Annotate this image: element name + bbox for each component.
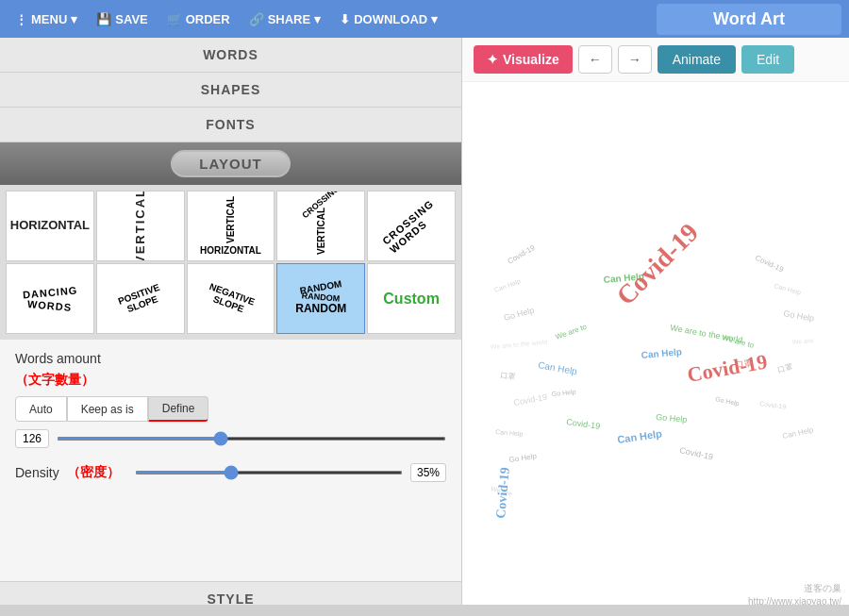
- main-layout: WORDS SHAPES FONTS LAYOUT Horizontal VER…: [0, 38, 849, 616]
- order-button[interactable]: 🛒 ORDER: [159, 8, 238, 30]
- layout-crossing-vertical[interactable]: CROSSING VERTICAL: [276, 191, 365, 261]
- svg-text:Covid-19: Covid-19: [493, 467, 512, 520]
- undo-button[interactable]: ←: [578, 45, 612, 74]
- svg-text:Covid-19: Covid-19: [759, 400, 787, 410]
- share-icon: 🔗: [249, 12, 264, 26]
- menu-dots-icon: ⋮: [15, 12, 27, 26]
- undo-icon: ←: [589, 52, 602, 67]
- svg-text:Can Help: Can Help: [617, 427, 663, 445]
- layout-horizontal[interactable]: Horizontal: [6, 191, 94, 261]
- words-amount-label: Words amount: [15, 351, 101, 366]
- fonts-tab[interactable]: FONTS: [0, 108, 461, 142]
- download-button[interactable]: ⬇ DOWNLOAD ▾: [332, 8, 445, 30]
- amount-keepasis-btn[interactable]: Keep as is: [67, 396, 148, 422]
- toolbar: ⋮ MENU ▾ 💾 SAVE 🛒 ORDER 🔗 SHARE ▾ ⬇ DOWN…: [0, 0, 849, 38]
- density-label: Density: [15, 465, 59, 480]
- svg-text:Go Help: Go Help: [508, 452, 538, 464]
- svg-text:Covid-19: Covid-19: [686, 349, 770, 386]
- animate-button[interactable]: Animate: [658, 45, 736, 74]
- word-art-display: Covid-19 Can Help Go Help We are to the …: [462, 82, 849, 616]
- words-amount-chinese: （文字數量）: [15, 372, 94, 389]
- menu-button[interactable]: ⋮ MENU ▾: [8, 8, 85, 30]
- redo-button[interactable]: →: [618, 45, 652, 74]
- amount-auto-btn[interactable]: Auto: [15, 396, 67, 422]
- canvas-area: Covid-19 Can Help Go Help We are to the …: [462, 82, 849, 616]
- svg-text:Go Help: Go Help: [503, 306, 535, 323]
- save-button[interactable]: 💾 SAVE: [89, 8, 155, 30]
- layout-random[interactable]: RANDOM RANDOM RANDOM: [276, 263, 365, 334]
- layout-custom[interactable]: Custom: [367, 263, 456, 334]
- download-icon: ⬇: [340, 12, 350, 26]
- svg-text:We are to the world: We are to the world: [490, 339, 547, 350]
- cart-icon: 🛒: [167, 12, 182, 26]
- svg-text:Covid-19: Covid-19: [610, 217, 704, 310]
- density-row: Density （密度） 35%: [15, 463, 446, 482]
- layout-badge: LAYOUT: [171, 150, 290, 177]
- density-chinese: （密度）: [67, 464, 120, 481]
- svg-text:Go Help: Go Help: [783, 308, 815, 324]
- layout-negative-slope[interactable]: NEGATIVE SLOPE: [187, 263, 275, 334]
- svg-text:We are to: We are to: [555, 322, 589, 341]
- svg-text:Can Help: Can Help: [641, 346, 682, 360]
- svg-text:Go Help: Go Help: [551, 389, 575, 398]
- layout-positive-slope[interactable]: POSITIVE SLOPE: [96, 263, 185, 334]
- layout-vertical[interactable]: VERTICAL: [96, 191, 185, 261]
- svg-text:Can Help: Can Help: [538, 359, 578, 376]
- amount-buttons: Auto Keep as is Define: [15, 396, 446, 422]
- words-amount-slider-row: 126: [15, 429, 446, 448]
- svg-text:Can Help: Can Help: [495, 428, 524, 439]
- layout-header: LAYOUT: [0, 142, 461, 185]
- svg-text:Go Help: Go Help: [715, 395, 741, 408]
- layout-vertical-horizontal[interactable]: Vertical Horizontal: [187, 191, 275, 261]
- share-button[interactable]: 🔗 SHARE ▾: [241, 8, 329, 30]
- word-art-svg: Covid-19 Can Help Go Help We are to the …: [481, 170, 830, 528]
- watermark-line1: 道客の巢: [748, 582, 841, 595]
- svg-text:Can Help: Can Help: [782, 425, 815, 441]
- svg-text:口罩: 口罩: [500, 371, 516, 382]
- visualize-button[interactable]: ✦ Visualize: [474, 45, 573, 74]
- shapes-tab[interactable]: SHAPES: [0, 73, 461, 108]
- layout-dancing-words[interactable]: DANCING WORDS: [6, 263, 94, 334]
- layout-crossing[interactable]: CROSSINGWORDS: [367, 191, 456, 261]
- layout-grid: Horizontal VERTICAL Vertical Horizontal …: [0, 185, 461, 340]
- svg-text:Can Help: Can Help: [773, 282, 801, 296]
- svg-text:Covid-19: Covid-19: [566, 417, 601, 431]
- controls-section: Words amount （文字數量） Auto Keep as is Defi…: [0, 340, 461, 493]
- svg-text:Covid-19: Covid-19: [754, 254, 785, 275]
- bottom-scrollbar[interactable]: [0, 605, 849, 616]
- words-amount-row: Words amount: [15, 351, 446, 366]
- svg-text:Go Help: Go Help: [656, 412, 688, 425]
- words-tab[interactable]: WORDS: [0, 38, 461, 73]
- svg-text:Covid-19: Covid-19: [513, 392, 548, 408]
- action-bar: ✦ Visualize ← → Animate Edit: [462, 38, 849, 82]
- svg-text:口罩: 口罩: [776, 362, 793, 375]
- svg-text:We are: We are: [791, 337, 813, 345]
- density-slider[interactable]: [135, 471, 403, 474]
- menu-chevron-icon: ▾: [71, 12, 77, 26]
- svg-text:Covid-19: Covid-19: [679, 445, 714, 461]
- lightning-icon: ✦: [487, 52, 498, 67]
- app-title: Word Art: [657, 4, 841, 35]
- edit-button[interactable]: Edit: [741, 45, 794, 74]
- words-amount-slider[interactable]: [57, 437, 446, 441]
- words-amount-value: 126: [15, 429, 49, 448]
- right-panel: ✦ Visualize ← → Animate Edit: [462, 38, 849, 616]
- density-value: 35%: [410, 463, 446, 482]
- svg-text:Can Help: Can Help: [493, 277, 522, 294]
- amount-define-btn[interactable]: Define: [148, 396, 209, 422]
- save-icon: 💾: [96, 12, 111, 26]
- share-chevron-icon: ▾: [314, 12, 321, 26]
- svg-text:Covid-19: Covid-19: [507, 243, 538, 266]
- redo-icon: →: [628, 52, 641, 67]
- download-chevron-icon: ▾: [431, 12, 438, 26]
- left-panel: WORDS SHAPES FONTS LAYOUT Horizontal VER…: [0, 38, 462, 616]
